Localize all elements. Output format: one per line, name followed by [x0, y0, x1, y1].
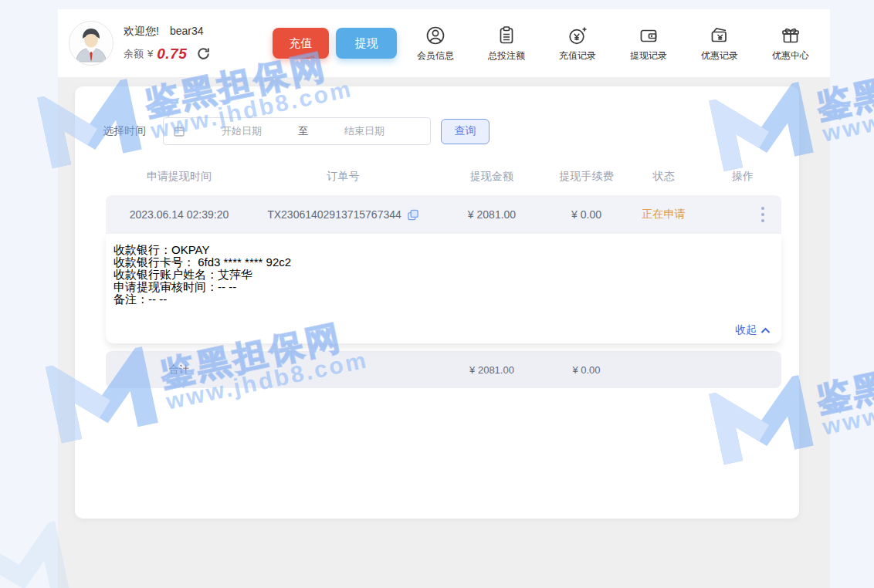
balance-label: 余额 — [124, 47, 144, 61]
col-header-status: 状态 — [623, 170, 704, 184]
collapse-label: 收起 — [735, 323, 757, 337]
col-header-apply-time: 申请提现时间 — [106, 170, 252, 184]
username: bear34 — [170, 25, 204, 37]
summary-fee: ¥ 0.00 — [550, 364, 623, 376]
nav-label: 提现记录 — [630, 49, 667, 63]
detail-panel: 收款银行：OKPAY 收款银行卡号： 6fd3 **** **** 92c2 收… — [106, 234, 781, 343]
search-button[interactable]: 查询 — [441, 119, 490, 144]
date-range-input[interactable]: 开始日期 至 结束日期 — [163, 117, 431, 145]
nav-item-total-bets[interactable]: 总投注额 — [480, 25, 533, 63]
copy-icon[interactable] — [406, 208, 419, 221]
col-header-amount: 提现金额 — [434, 170, 550, 184]
cell-fee: ¥ 0.00 — [550, 208, 623, 221]
detail-card-no: 收款银行卡号： 6fd3 **** **** 92c2 — [113, 256, 774, 269]
promo-center-icon — [780, 25, 801, 46]
col-header-fee: 提现手续费 — [550, 170, 623, 184]
calendar-icon — [173, 125, 185, 137]
nav-label: 总投注额 — [488, 49, 525, 63]
nav-item-withdraw-record[interactable]: 提现记录 — [622, 25, 675, 63]
filter-label: 选择时间 — [103, 124, 146, 138]
avatar — [69, 21, 113, 66]
header-nav: 会员信息 总投注额 — [409, 25, 817, 63]
recharge-button[interactable]: 充值 — [273, 28, 329, 59]
summary-label: 合计 — [106, 363, 252, 377]
withdraw-records-card: 选择时间 开始日期 至 结束日期 查询 申请提现时间 订单号 提现金额 提现手 — [75, 86, 799, 519]
status-badge: 正在申请 — [623, 208, 704, 221]
detail-review-time: 申请提现审核时间：-- -- — [113, 281, 774, 293]
currency-symbol: ¥ — [147, 48, 153, 59]
detail-account-name: 收款银行账户姓名：艾萍华 — [113, 269, 774, 281]
withdraw-button[interactable]: 提现 — [336, 28, 397, 59]
nav-label: 充值记录 — [559, 49, 596, 63]
withdraw-record-icon — [638, 25, 659, 46]
refresh-icon[interactable] — [196, 46, 211, 61]
col-header-order-no: 订单号 — [252, 170, 434, 184]
collapse-link[interactable]: 收起 — [735, 323, 771, 337]
summary-row: 合计 ¥ 2081.00 ¥ 0.00 — [106, 351, 781, 388]
table-header-row: 申请提现时间 订单号 提现金额 提现手续费 状态 操作 — [106, 162, 781, 191]
end-date-input[interactable]: 结束日期 — [308, 124, 421, 138]
recharge-record-icon — [567, 25, 588, 46]
user-info-block: 欢迎您!bear34 余额 ¥ 0.75 — [124, 25, 273, 63]
nav-item-recharge-record[interactable]: 充值记录 — [551, 25, 604, 63]
start-date-input[interactable]: 开始日期 — [185, 124, 298, 138]
main-column: 欢迎您!bear34 余额 ¥ 0.75 充值 提现 — [58, 9, 830, 588]
total-bets-icon — [496, 25, 517, 46]
detail-bank: 收款银行：OKPAY — [113, 244, 774, 256]
col-header-ops: 操作 — [704, 170, 781, 184]
promo-record-icon — [709, 25, 730, 46]
date-range-separator: 至 — [298, 124, 308, 138]
member-info-icon — [425, 25, 446, 46]
order-no-text: TX23061402913715767344 — [267, 208, 401, 221]
header-bar: 欢迎您!bear34 余额 ¥ 0.75 充值 提现 — [58, 9, 830, 77]
detail-remark: 备注：-- -- — [113, 293, 774, 306]
nav-label: 优惠记录 — [701, 49, 738, 63]
nav-item-promo-record[interactable]: 优惠记录 — [693, 25, 746, 63]
table-row: 2023.06.14 02:39:20 TX230614029137157673… — [106, 195, 781, 234]
chevron-up-icon — [761, 324, 771, 336]
nav-label: 优惠中心 — [772, 49, 809, 63]
more-actions-icon[interactable] — [758, 204, 767, 225]
nav-item-promo-center[interactable]: 优惠中心 — [764, 25, 817, 63]
nav-label: 会员信息 — [417, 49, 454, 63]
balance-value: 0.75 — [157, 46, 187, 63]
filter-row: 选择时间 开始日期 至 结束日期 查询 — [103, 86, 771, 145]
cell-apply-time: 2023.06.14 02:39:20 — [106, 208, 252, 221]
cell-order-no: TX23061402913715767344 — [252, 208, 434, 221]
cell-ops — [704, 204, 781, 225]
avatar-person-icon — [69, 22, 113, 65]
cell-amount: ¥ 2081.00 — [434, 208, 550, 221]
summary-amount: ¥ 2081.00 — [434, 364, 550, 376]
withdraw-table: 申请提现时间 订单号 提现金额 提现手续费 状态 操作 2023.06.14 0… — [106, 162, 781, 388]
welcome-label: 欢迎您! — [124, 25, 159, 37]
nav-item-member-info[interactable]: 会员信息 — [409, 25, 462, 63]
